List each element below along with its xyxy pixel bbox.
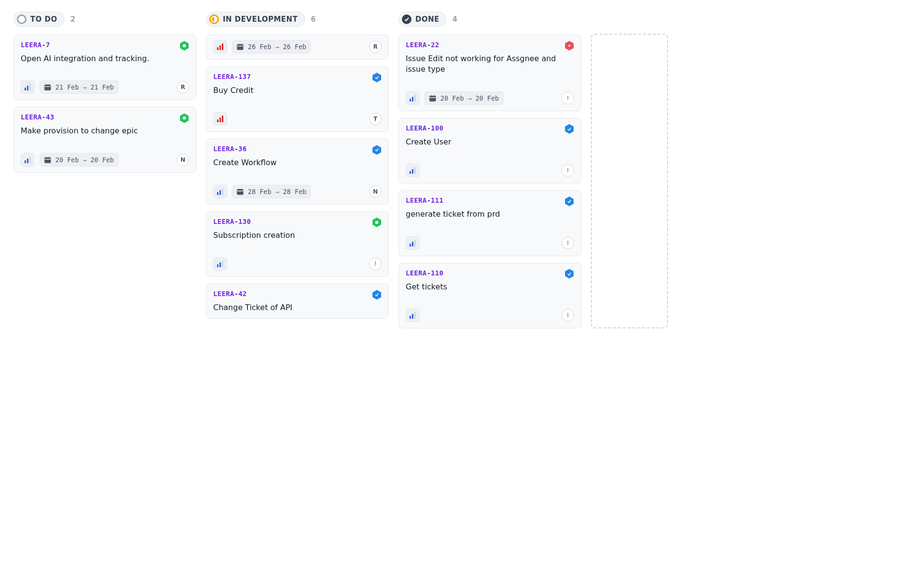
svg-rect-20 [430, 96, 436, 101]
column-header-dev[interactable]: IN DEVELOPMENT 6 [206, 12, 389, 27]
assignee-avatar[interactable]: T [369, 113, 382, 125]
calendar-icon [44, 156, 51, 164]
svg-rect-18 [375, 221, 378, 224]
bug-icon [565, 41, 574, 51]
date-from: 20 Feb [440, 94, 464, 102]
card-title: Get tickets [406, 282, 574, 292]
calendar-icon [236, 43, 244, 51]
date-to: 21 Feb [90, 83, 114, 91]
priority-medium-icon [410, 167, 416, 174]
arrow-right-icon: → [275, 188, 279, 195]
column-in-development: IN DEVELOPMENT 6 26 Feb [206, 12, 389, 319]
svg-rect-10 [237, 44, 243, 50]
date-to: 26 Feb [283, 43, 307, 51]
date-chip: 20 Feb → 20 Feb [424, 91, 503, 105]
task-icon [372, 73, 382, 82]
assignee-unassigned[interactable]: ! [562, 164, 574, 177]
task-icon [565, 269, 574, 279]
task-icon [372, 145, 382, 155]
card[interactable]: LEERA-43 Make provision to change epic [13, 107, 196, 172]
arrow-right-icon: → [83, 156, 87, 164]
date-chip: 26 Feb → 26 Feb [232, 40, 311, 53]
card-key: LEERA-111 [406, 196, 444, 204]
column-count: 4 [452, 15, 457, 24]
date-chip: 21 Feb → 21 Feb [39, 80, 118, 94]
card-title: Create User [406, 137, 574, 147]
assignee-avatar[interactable]: N [369, 185, 382, 198]
add-column-placeholder[interactable] [591, 34, 668, 328]
priority-medium-icon [217, 260, 223, 267]
priority-chip [213, 40, 227, 53]
card[interactable]: LEERA-110 Get tickets ! [398, 263, 581, 328]
assignee-unassigned[interactable]: ! [369, 258, 382, 270]
column-title: TO DO [30, 15, 57, 24]
date-chip: 20 Feb → 20 Feb [39, 153, 118, 167]
priority-chip [213, 112, 227, 126]
priority-highest-icon [217, 116, 223, 122]
date-chip: 28 Feb → 28 Feb [232, 185, 311, 198]
card[interactable]: LEERA-111 generate ticket from prd ! [398, 190, 581, 256]
card-title: generate ticket from prd [406, 209, 574, 220]
date-from: 21 Feb [55, 83, 79, 91]
assignee-unassigned[interactable]: ! [562, 237, 574, 249]
priority-medium-icon [410, 95, 416, 102]
svg-rect-6 [45, 157, 51, 163]
column-todo: TO DO 2 LEERA-7 Open AI integration and … [13, 12, 196, 173]
story-icon [180, 41, 189, 51]
column-title: IN DEVELOPMENT [223, 15, 298, 24]
column-count: 6 [311, 15, 316, 24]
card[interactable]: 26 Feb → 26 Feb R [206, 35, 389, 60]
priority-highest-icon [217, 43, 223, 50]
status-icon-done [402, 14, 411, 24]
svg-rect-1 [45, 85, 51, 91]
date-from: 28 Feb [248, 188, 271, 195]
svg-point-19 [568, 45, 570, 47]
card-key: LEERA-36 [213, 145, 247, 153]
cards-list-todo: LEERA-7 Open AI integration and tracking… [13, 35, 196, 173]
card[interactable]: LEERA-100 Create User ! [398, 118, 581, 183]
priority-chip [21, 153, 35, 167]
calendar-icon [44, 83, 51, 91]
card[interactable]: LEERA-36 Create Workflow [206, 139, 389, 204]
card[interactable]: LEERA-42 Change Ticket of API [206, 284, 389, 318]
kanban-board: TO DO 2 LEERA-7 Open AI integration and … [13, 12, 911, 328]
card[interactable]: LEERA-130 Subscription creation ! [206, 211, 389, 277]
arrow-right-icon: → [83, 83, 87, 91]
card-title: Open AI integration and tracking. [21, 53, 189, 64]
date-to: 20 Feb [475, 94, 499, 102]
priority-chip [21, 80, 35, 94]
date-from: 26 Feb [248, 43, 271, 51]
priority-chip [406, 309, 420, 322]
svg-rect-0 [183, 44, 186, 47]
cards-list-dev: 26 Feb → 26 Feb R LEERA-137 Buy Credi [206, 35, 389, 319]
assignee-unassigned[interactable]: ! [562, 92, 574, 104]
task-icon [565, 196, 574, 206]
card-title: Change Ticket of API [213, 302, 382, 313]
assignee-avatar[interactable]: N [177, 154, 189, 166]
card[interactable]: LEERA-7 Open AI integration and tracking… [13, 35, 196, 100]
column-count: 2 [70, 15, 75, 24]
card[interactable]: LEERA-22 Issue Edit not working for Assg… [398, 35, 581, 111]
card[interactable]: LEERA-137 Buy Credit T [206, 66, 389, 132]
svg-rect-14 [237, 189, 243, 195]
date-from: 20 Feb [55, 156, 79, 164]
card-title: Make provision to change epic [21, 126, 189, 136]
assignee-avatar[interactable]: R [369, 40, 382, 53]
date-to: 20 Feb [90, 156, 114, 164]
card-key: LEERA-22 [406, 41, 439, 49]
column-header-done[interactable]: DONE 4 [398, 12, 581, 27]
date-to: 28 Feb [283, 188, 307, 195]
priority-medium-icon [410, 240, 416, 247]
card-key: LEERA-110 [406, 269, 444, 277]
column-header-todo[interactable]: TO DO 2 [13, 12, 196, 27]
calendar-icon [429, 94, 436, 102]
assignee-unassigned[interactable]: ! [562, 309, 574, 322]
priority-medium-icon [410, 312, 416, 319]
story-icon [372, 218, 382, 227]
card-key: LEERA-7 [21, 41, 50, 49]
task-icon [565, 124, 574, 134]
priority-chip [406, 164, 420, 177]
assignee-avatar[interactable]: R [177, 81, 189, 93]
card-title: Issue Edit not working for Assgnee and i… [406, 53, 574, 75]
svg-rect-5 [183, 117, 186, 119]
